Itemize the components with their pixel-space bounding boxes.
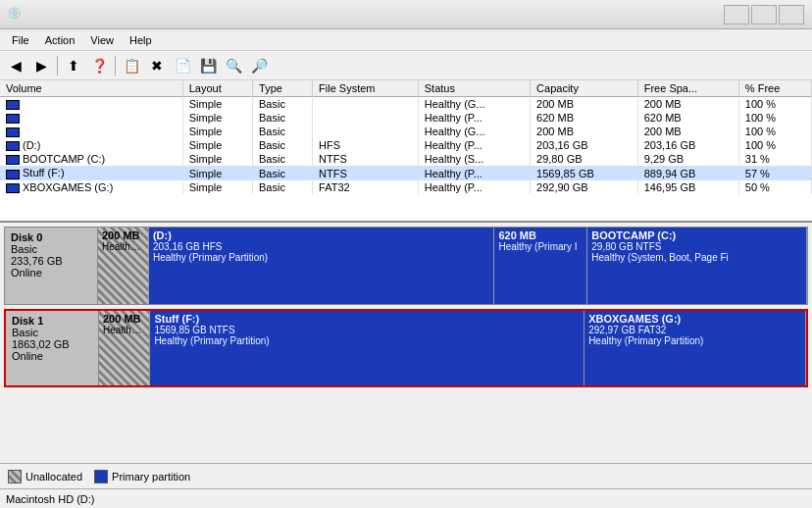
cell-status: Healthy (S... [418,152,530,166]
partition-detail2: Healthy (GPT Prot [103,325,145,335]
partition-disk0-0[interactable]: 200 MBHealthy (GPT [98,228,149,304]
partition-disk1-2[interactable]: XBOXGAMES (G:)292,97 GB FAT32Healthy (Pr… [584,311,806,385]
cell-layout: Simple [182,152,252,166]
cell-status: Healthy (P... [418,166,530,179]
maximize-button[interactable] [751,5,777,25]
cell-free: 200 MB [637,97,738,112]
cell-status: Healthy (G... [418,97,530,112]
cell-capacity: 292,90 GB [531,180,638,194]
cell-fs: NTFS [313,166,419,179]
table-row[interactable]: SimpleBasicHealthy (P...620 MB620 MB100 … [0,111,812,125]
disk-row-disk1[interactable]: Disk 1Basic1863,02 GBOnline200 MBHealthy… [4,309,808,387]
disk-label-disk0: Disk 0Basic233,76 GBOnline [5,228,98,304]
partition-detail2: Healthy (System, Boot, Page Fi [591,252,802,263]
app-icon: 💿 [8,7,24,23]
partition-name: XBOXGAMES (G:) [588,313,801,325]
legend-primary: Primary partition [94,470,190,483]
window-controls [724,5,804,25]
cell-layout: Simple [182,166,252,179]
partition-disk0-3[interactable]: BOOTCAMP (C:)29,80 GB NTFSHealthy (Syste… [587,228,807,304]
menu-action[interactable]: Action [37,32,83,48]
partition-name: BOOTCAMP (C:) [591,229,802,241]
disk-row-disk0[interactable]: Disk 0Basic233,76 GBOnline200 MBHealthy … [4,227,808,305]
sep1 [57,56,58,76]
copy-button[interactable]: 📄 [171,54,194,77]
cell-fs [313,111,419,125]
col-capacity: Capacity [531,80,638,97]
disk-label-disk1: Disk 1Basic1863,02 GBOnline [6,311,99,385]
disk-partitions-disk1: 200 MBHealthy (GPT ProtStuff (F:)1569,85… [99,311,806,385]
find-button[interactable]: 🔍 [222,54,245,77]
cell-free: 203,16 GB [637,138,738,152]
cell-pct: 31 % [738,152,811,166]
table-row[interactable]: SimpleBasicHealthy (G...200 MB200 MB100 … [0,97,812,112]
delete-button[interactable]: ✖ [145,54,169,77]
back-button[interactable]: ◀ [4,54,27,77]
partition-detail2: Healthy (Primary Partition) [588,335,801,346]
col-status: Status [418,80,530,97]
legend-unallocated: Unallocated [8,470,82,483]
partition-size: 620 MB [498,229,583,241]
toolbar: ◀ ▶ ⬆ ❓ 📋 ✖ 📄 💾 🔍 🔎 [0,51,812,80]
legend-primary-label: Primary partition [112,471,190,483]
legend-unalloc-box [8,470,22,483]
cell-type: Basic [253,152,313,166]
col-volume: Volume [0,80,182,97]
cell-type: Basic [253,125,313,138]
cell-free: 200 MB [637,125,738,138]
cell-free: 9,29 GB [637,152,738,166]
cell-pct: 100 % [738,97,811,112]
menu-view[interactable]: View [82,32,122,48]
cell-volume: (D:) [0,138,182,152]
properties-button[interactable]: 📋 [120,54,143,77]
table-header-row: Volume Layout Type File System Status Ca… [0,80,812,97]
cell-type: Basic [253,180,313,194]
cell-layout: Simple [182,180,252,194]
volume-table-area: Volume Layout Type File System Status Ca… [0,80,812,223]
cell-layout: Simple [182,138,252,152]
table-row[interactable]: (D:)SimpleBasicHFSHealthy (P...203,16 GB… [0,138,812,152]
partition-disk1-0[interactable]: 200 MBHealthy (GPT Prot [99,311,150,385]
cell-layout: Simple [182,97,252,112]
cell-volume: BOOTCAMP (C:) [0,152,182,166]
table-row[interactable]: BOOTCAMP (C:)SimpleBasicNTFSHealthy (S..… [0,152,812,166]
cell-status: Healthy (P... [418,180,530,194]
cell-type: Basic [253,138,313,152]
partition-detail1: 203,16 GB HFS [153,241,490,252]
minimize-button[interactable] [724,5,749,25]
menu-help[interactable]: Help [122,32,160,48]
cell-type: Basic [253,97,313,112]
main-content: Volume Layout Type File System Status Ca… [0,80,812,508]
legend: Unallocated Primary partition [0,463,812,488]
col-type: Type [253,80,313,97]
forward-button[interactable]: ▶ [29,54,53,77]
zoom-button[interactable]: 🔎 [247,54,271,77]
cell-fs: NTFS [313,152,419,166]
partition-disk1-1[interactable]: Stuff (F:)1569,85 GB NTFSHealthy (Primar… [150,311,584,385]
partition-size: 200 MB [103,313,145,325]
title-bar: 💿 [0,0,812,29]
close-button[interactable] [779,5,804,25]
cell-pct: 100 % [738,125,811,138]
col-fs: File System [313,80,419,97]
partition-disk0-1[interactable]: (D:)203,16 GB HFSHealthy (Primary Partit… [149,228,495,304]
up-button[interactable]: ⬆ [62,54,85,77]
partition-disk0-2[interactable]: 620 MBHealthy (Primary I [494,228,587,304]
table-row[interactable]: XBOXGAMES (G:)SimpleBasicFAT32Healthy (P… [0,180,812,194]
cell-free: 146,95 GB [637,180,738,194]
partition-detail2: Healthy (GPT [102,241,144,252]
menu-file[interactable]: File [4,32,37,48]
help-button[interactable]: ❓ [87,54,111,77]
table-row[interactable]: Stuff (F:)SimpleBasicNTFSHealthy (P...15… [0,166,812,179]
paste-button[interactable]: 💾 [196,54,220,77]
cell-free: 889,94 GB [637,166,738,179]
cell-volume: XBOXGAMES (G:) [0,180,182,194]
table-row[interactable]: SimpleBasicHealthy (G...200 MB200 MB100 … [0,125,812,138]
partition-name: Stuff (F:) [154,313,580,325]
cell-type: Basic [253,166,313,179]
disk-visual-area: Disk 0Basic233,76 GBOnline200 MBHealthy … [0,223,812,463]
legend-primary-box [94,470,108,483]
col-pct: % Free [738,80,811,97]
partition-name: (D:) [153,229,490,241]
cell-free: 620 MB [637,111,738,125]
